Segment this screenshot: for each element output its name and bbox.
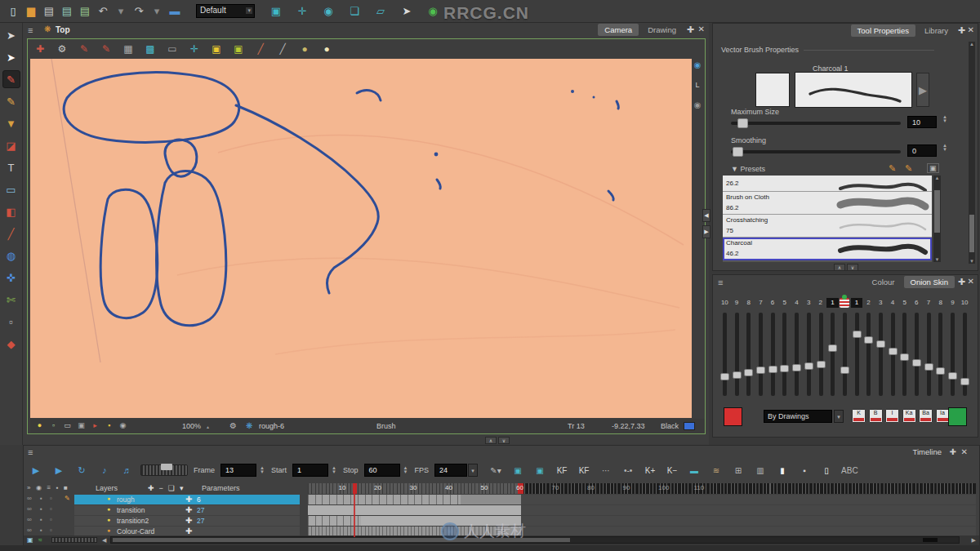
snap-blue-icon[interactable]: ✛ [187, 42, 202, 56]
slider-handle[interactable] [960, 378, 969, 385]
timeline-layer-row[interactable]: ∞▪▫●transition2✚27 [24, 516, 306, 526]
spinner-arrows[interactable]: ▲▼ [942, 115, 948, 123]
brush-preset-item[interactable]: Crosshatching75 [723, 215, 932, 238]
timeline-track[interactable] [308, 516, 976, 526]
gear-icon[interactable]: ⚙ [55, 42, 69, 56]
solid-frame-icon[interactable]: ▮ [775, 463, 790, 478]
brush-tool-icon[interactable]: ✎ [2, 70, 20, 88]
clone-layer-icon[interactable]: ❏ [168, 484, 175, 492]
layer-row-body[interactable]: ●transition✚27 [74, 505, 300, 515]
grid-icon[interactable]: ▦ [121, 42, 136, 56]
next-brush-arrow-icon[interactable]: ▶ [916, 73, 929, 107]
marker-button-ka[interactable]: Ka [902, 409, 916, 423]
slider-handle[interactable] [864, 336, 873, 344]
visibility-icon[interactable]: ◉ [117, 421, 129, 429]
chevron-down-icon[interactable]: ▾ [834, 410, 844, 423]
light-bulb-icon[interactable]: ● [297, 42, 312, 56]
current-colour-swatch[interactable] [684, 422, 695, 430]
save-icon[interactable]: ▤ [41, 3, 57, 20]
scroll-up-icon[interactable]: ∧ [485, 437, 497, 444]
scrollbar-thumb[interactable] [969, 215, 974, 252]
layer-row-body[interactable]: ●rough✚6 [74, 495, 300, 504]
scroll-down-icon[interactable]: ∨ [847, 264, 858, 271]
undo-menu-icon[interactable]: ▾ [113, 3, 129, 20]
smoothing-slider[interactable] [731, 150, 901, 153]
exposure-block[interactable] [461, 495, 521, 504]
onion-opacity-slider[interactable] [791, 311, 803, 402]
marker-button-b[interactable]: B [869, 409, 883, 423]
tab-colour[interactable]: Colour [866, 276, 902, 288]
onion-frame-after-9[interactable]: 9 [947, 298, 959, 308]
onion-opacity-slider[interactable] [875, 311, 887, 402]
rect-select-tool-icon[interactable]: ▭ [2, 180, 20, 198]
timeline-tab[interactable]: Timeline [912, 447, 942, 456]
eye-icon[interactable]: ◉ [694, 60, 702, 69]
marker-button-i[interactable]: I [885, 409, 899, 423]
chevron-down-icon[interactable]: ▾ [246, 7, 252, 14]
scrollbar-thumb[interactable] [934, 190, 940, 233]
list-icon[interactable]: ≡ [47, 484, 51, 491]
onion-toggle-icon[interactable]: ∞ [27, 516, 32, 523]
drawing-canvas[interactable] [30, 59, 692, 418]
onion-opacity-slider[interactable] [815, 311, 827, 402]
onion-toggle-icon[interactable]: ∞ [27, 505, 32, 513]
slider-handle[interactable] [900, 353, 909, 361]
sound-scrub-icon[interactable]: ♬ [120, 463, 135, 478]
frame-ruler[interactable]: 102030405060708090100110 [308, 483, 976, 494]
kf-add-icon[interactable]: KF [555, 463, 569, 478]
counter-icon[interactable]: ⊞ [731, 463, 746, 478]
slider-handle[interactable] [853, 331, 862, 338]
onion-frame-before-9[interactable]: 9 [731, 298, 743, 308]
slider-handle[interactable] [744, 369, 753, 376]
hand-tool-icon[interactable]: ✜ [2, 269, 20, 287]
onion-frame-after-5[interactable]: 5 [898, 298, 911, 308]
onion-frame-after-7[interactable]: 7 [923, 298, 935, 308]
volume-scrubber[interactable] [140, 464, 188, 476]
thumbnail-toggle-icon[interactable]: ▫ [50, 495, 52, 502]
expand-parameters-button[interactable]: ✚ [185, 527, 192, 535]
record-icon[interactable]: ◉ [36, 484, 42, 491]
close-view-icon[interactable]: ✕ [968, 277, 974, 286]
spinner-arrows[interactable]: ▲▼ [331, 466, 337, 474]
tab-tool-properties[interactable]: Tool Properties [851, 24, 915, 37]
expand-parameters-button[interactable]: ✚ [185, 516, 192, 525]
text-tool-icon[interactable]: T [2, 158, 20, 176]
enable-toggle-icon[interactable]: ▪ [40, 516, 42, 523]
onion-frame-after-8[interactable]: 8 [934, 298, 947, 308]
panel-menu-icon[interactable]: ≡ [718, 278, 723, 287]
cutter-tool-icon[interactable]: ✄ [2, 291, 20, 309]
small-frame-icon[interactable]: ▪ [797, 463, 812, 478]
marker-button-ia[interactable]: Ia [936, 409, 950, 423]
onion-opacity-slider[interactable] [934, 311, 947, 402]
fps-select[interactable]: 24 [434, 464, 467, 477]
onion-opacity-slider[interactable] [851, 311, 863, 402]
add-drawing-icon[interactable]: ✚ [33, 42, 47, 56]
onion-toggle-icon[interactable]: ∞ [27, 495, 32, 502]
scroll-down-icon[interactable]: ▼ [933, 257, 941, 262]
playhead-line[interactable] [354, 483, 355, 537]
white-frame-icon[interactable]: ▯ [819, 463, 834, 478]
thumbnail-toggle-icon[interactable]: ▫ [50, 505, 52, 513]
onion-opacity-slider[interactable] [911, 311, 923, 402]
spinner-arrows[interactable]: ▲▼ [259, 466, 265, 474]
spinner-arrows[interactable]: ▲▼ [942, 144, 948, 152]
onion-opacity-slider[interactable] [923, 311, 935, 402]
slider-handle[interactable] [936, 367, 945, 375]
pointer-icon[interactable]: ➤ [399, 3, 415, 20]
tab-drawing[interactable]: Drawing [641, 24, 683, 36]
flag-icon[interactable]: ▸ [89, 421, 101, 429]
add-view-icon[interactable]: ✚ [958, 25, 965, 36]
segment-icon[interactable]: •-• [621, 463, 635, 478]
k-minus-icon[interactable]: K− [665, 463, 679, 478]
smoothing-value[interactable]: 0 [907, 144, 937, 157]
onion-opacity-slider[interactable] [778, 311, 791, 402]
lock-all-icon[interactable]: ▪ [56, 484, 59, 491]
onion-opacity-slider[interactable] [947, 311, 959, 402]
dropper-tool-icon[interactable]: ╱ [2, 224, 20, 242]
slider-handle[interactable] [792, 364, 801, 371]
open-scene-icon[interactable]: ▆ [23, 3, 39, 20]
k-plus-icon[interactable]: K+ [643, 463, 657, 478]
rename-preset-icon[interactable]: ✎ [905, 163, 912, 174]
scroll-up-icon[interactable]: ▲ [933, 176, 941, 180]
new-scene-icon[interactable]: ▯ [5, 3, 21, 20]
